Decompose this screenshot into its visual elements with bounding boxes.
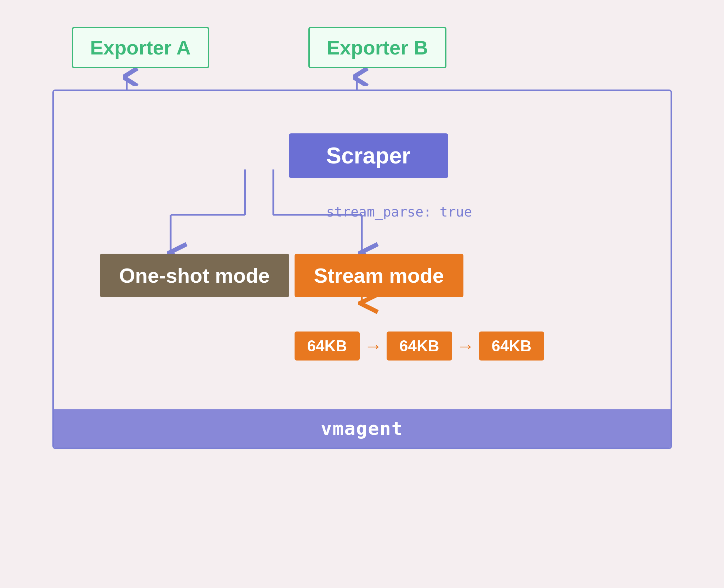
diagram-container: Exporter A Exporter B xyxy=(26,20,699,568)
scraper-label: Scraper xyxy=(326,143,410,168)
exporter-a-box: Exporter A xyxy=(72,27,209,68)
chunk-2: 64KB xyxy=(387,332,452,361)
exporter-b-box: Exporter B xyxy=(308,27,446,68)
vmagent-outer: Scraper stream_parse: true One-shot mode… xyxy=(52,90,672,449)
chunks-row: 64KB → 64KB → 64KB xyxy=(295,332,545,361)
vmagent-footer: vmagent xyxy=(54,409,671,448)
chunk-1: 64KB xyxy=(295,332,360,361)
exporter-a-label: Exporter A xyxy=(90,36,191,59)
vmagent-content: Scraper stream_parse: true One-shot mode… xyxy=(54,91,671,409)
stream-mode-box: Stream mode xyxy=(295,254,463,297)
exporter-b-label: Exporter B xyxy=(327,36,428,59)
oneshot-label: One-shot mode xyxy=(119,264,270,287)
oneshot-mode-box: One-shot mode xyxy=(100,254,289,297)
chunk-3: 64KB xyxy=(479,332,545,361)
chunk-arrow-1: → xyxy=(364,335,382,357)
vmagent-label: vmagent xyxy=(321,418,403,439)
scraper-box: Scraper xyxy=(289,133,448,178)
exporters-row: Exporter A Exporter B xyxy=(26,27,699,68)
chunk-arrow-2: → xyxy=(456,335,475,357)
stream-label: Stream mode xyxy=(314,264,444,287)
stream-parse-label: stream_parse: true xyxy=(326,204,472,220)
